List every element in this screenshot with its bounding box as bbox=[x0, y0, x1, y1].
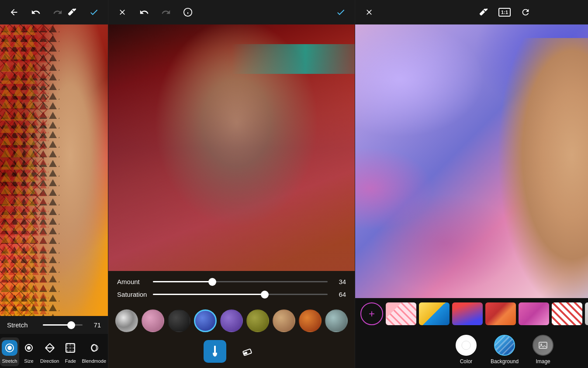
type-background[interactable]: Background bbox=[491, 335, 519, 365]
eraser-brush-button[interactable] bbox=[237, 340, 259, 363]
add-background-button[interactable]: + bbox=[360, 302, 383, 325]
saturation-slider-row: Saturation 64 bbox=[117, 291, 346, 298]
saturation-label: Saturation bbox=[117, 291, 148, 298]
swatch-pink[interactable] bbox=[142, 309, 164, 332]
svg-line-14 bbox=[45, 348, 50, 352]
swatch-tan[interactable] bbox=[273, 309, 295, 332]
stretch-slider-track[interactable] bbox=[43, 324, 83, 326]
toolbar-right-p1 bbox=[65, 5, 101, 19]
svg-rect-5 bbox=[0, 24, 38, 316]
thumbnail-5[interactable] bbox=[519, 302, 549, 325]
color-type-label: Color bbox=[460, 358, 473, 365]
svg-rect-19 bbox=[73, 344, 75, 346]
image-type-label: Image bbox=[536, 358, 550, 365]
triangle-effect-layer bbox=[0, 24, 108, 316]
svg-rect-21 bbox=[69, 347, 72, 349]
close-button-p3[interactable] bbox=[362, 5, 376, 19]
stretch-tool-label: Stretch bbox=[2, 358, 17, 364]
back-button[interactable] bbox=[7, 5, 21, 19]
fade-tool-label: Fade bbox=[65, 358, 76, 364]
svg-rect-30 bbox=[214, 346, 216, 353]
panel-stretch: Stretch 71 Stretch bbox=[0, 0, 108, 368]
tool-blendmode[interactable]: Blendmode bbox=[80, 337, 108, 366]
panel1-toolbar bbox=[0, 0, 108, 24]
brush-button[interactable] bbox=[204, 340, 226, 363]
svg-rect-24 bbox=[69, 350, 72, 352]
thumbnail-6[interactable] bbox=[552, 302, 582, 325]
svg-point-9 bbox=[27, 346, 31, 350]
stretch-label: Stretch bbox=[7, 321, 38, 329]
panel3-photo bbox=[355, 24, 588, 298]
tool-direction[interactable]: Direction bbox=[38, 337, 61, 366]
thumbnail-4[interactable] bbox=[485, 302, 516, 325]
swatch-orange[interactable] bbox=[299, 309, 322, 332]
panel3-image-area bbox=[355, 24, 588, 298]
svg-point-26 bbox=[92, 345, 98, 351]
panel3-toolbar: 1:1 bbox=[355, 0, 588, 24]
svg-rect-17 bbox=[66, 344, 68, 346]
panel1-image-area bbox=[0, 24, 108, 316]
panel2-image-area bbox=[108, 24, 355, 271]
amount-value: 34 bbox=[333, 278, 346, 285]
color-type-icon bbox=[456, 335, 477, 356]
thumbnail-2[interactable] bbox=[419, 302, 450, 325]
panel2-toolbar bbox=[108, 0, 355, 24]
direction-tool-label: Direction bbox=[40, 358, 59, 364]
amount-slider-thumb[interactable] bbox=[208, 278, 216, 286]
tool-stretch[interactable]: Stretch bbox=[0, 337, 19, 366]
saturation-slider-thumb[interactable] bbox=[261, 291, 269, 299]
ratio-button[interactable]: 1:1 bbox=[498, 8, 511, 17]
toolbar-left-p2 bbox=[115, 5, 195, 19]
stretch-icon bbox=[2, 340, 17, 356]
redo-button-p2[interactable] bbox=[159, 5, 173, 19]
toolbar-right-p2 bbox=[334, 5, 348, 19]
panel2-sliders: Amount 34 Saturation 64 bbox=[108, 271, 355, 304]
svg-point-7 bbox=[7, 346, 12, 350]
amount-slider-row: Amount 34 bbox=[117, 278, 346, 285]
thumbnail-7[interactable] bbox=[585, 302, 588, 325]
panel1-bottom-controls: Stretch 71 bbox=[0, 316, 108, 334]
amount-slider-fill bbox=[153, 281, 212, 282]
blendmode-tool-label: Blendmode bbox=[82, 358, 106, 364]
swatch-blue[interactable] bbox=[194, 309, 217, 332]
amount-slider-track[interactable] bbox=[153, 281, 328, 282]
eraser-button-p3[interactable] bbox=[477, 5, 491, 19]
swatch-black[interactable] bbox=[168, 309, 190, 332]
eraser-button-p1[interactable] bbox=[65, 5, 79, 19]
thumbnail-1[interactable] bbox=[386, 302, 416, 325]
direction-icon bbox=[42, 340, 58, 356]
svg-line-12 bbox=[45, 344, 50, 348]
panel2-brush-row bbox=[108, 336, 355, 368]
image-type-icon bbox=[533, 335, 553, 356]
svg-point-33 bbox=[462, 341, 470, 350]
type-image[interactable]: Image bbox=[533, 335, 553, 365]
refresh-button-p3[interactable] bbox=[519, 5, 533, 19]
swatch-olive[interactable] bbox=[246, 309, 269, 332]
confirm-button-p1[interactable] bbox=[87, 5, 101, 19]
toolbar-left-p3 bbox=[362, 5, 376, 19]
swatch-purple[interactable] bbox=[220, 309, 243, 332]
panel2-photo bbox=[108, 24, 355, 271]
svg-rect-22 bbox=[73, 347, 75, 349]
thumbnail-3[interactable] bbox=[452, 302, 483, 325]
stretch-value: 71 bbox=[88, 321, 101, 329]
amount-label: Amount bbox=[117, 278, 148, 285]
tool-size[interactable]: Size bbox=[19, 337, 38, 366]
swatch-silver[interactable] bbox=[115, 309, 138, 332]
stretch-slider-row: Stretch 71 bbox=[7, 321, 101, 329]
saturation-slider-track[interactable] bbox=[153, 294, 328, 295]
undo-button[interactable] bbox=[29, 5, 43, 19]
saturation-value: 64 bbox=[333, 291, 346, 298]
confirm-button-p2[interactable] bbox=[334, 5, 348, 19]
thumbnails-strip: + bbox=[355, 298, 588, 330]
toolbar-center-p3: 1:1 bbox=[477, 5, 533, 19]
type-color[interactable]: Color bbox=[456, 335, 477, 365]
undo-button-p2[interactable] bbox=[137, 5, 151, 19]
tool-fade[interactable]: Fade bbox=[61, 337, 80, 366]
close-button-p2[interactable] bbox=[115, 5, 129, 19]
svg-rect-25 bbox=[73, 350, 75, 352]
stretch-slider-thumb[interactable] bbox=[67, 321, 75, 329]
redo-button[interactable] bbox=[51, 5, 65, 19]
swatch-teal[interactable] bbox=[325, 309, 348, 332]
info-button-p2[interactable] bbox=[181, 5, 195, 19]
